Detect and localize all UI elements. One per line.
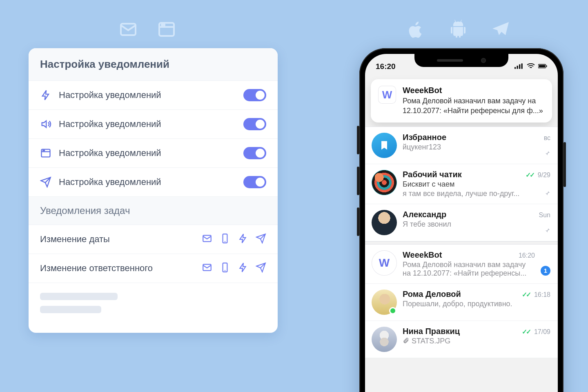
- mail-icon: [118, 20, 138, 41]
- chat-item[interactable]: W WeeekBot 16:20 Рома Деловой назначил в…: [365, 245, 558, 284]
- skeleton-line: [40, 306, 101, 313]
- push-body: Рома Деловой назначил вам задачу на 12.1…: [403, 96, 545, 116]
- svg-rect-12: [517, 66, 518, 69]
- chat-time: 17/09: [534, 328, 550, 336]
- phone-frame: 16:20 W WeeekBot Рома Дел: [359, 48, 564, 392]
- settings-panel: Настройка уведомлений Настройка уведомле…: [29, 48, 278, 333]
- svg-rect-14: [521, 63, 523, 69]
- chat-preview-text: STATS.JPG: [412, 337, 450, 345]
- svg-rect-11: [514, 67, 516, 69]
- chat-time: 16:18: [534, 291, 550, 298]
- mail-icon[interactable]: [202, 233, 212, 245]
- avatar: [372, 210, 397, 235]
- send-icon[interactable]: [256, 262, 266, 274]
- chat-name: Рабочий чатик: [403, 170, 522, 179]
- mobile-icon[interactable]: [220, 262, 230, 274]
- toggle[interactable]: [243, 89, 266, 101]
- list-divider: [365, 241, 558, 245]
- send-icon: [40, 176, 51, 188]
- chat-name: WeeekBot: [403, 250, 515, 260]
- chat-name: Нина Правкиц: [403, 327, 519, 336]
- task-row-assignee: Изменение ответственного: [29, 254, 278, 283]
- phone-screen: 16:20 W WeeekBot Рома Дел: [365, 54, 558, 392]
- chat-name: Рома Деловой: [403, 290, 519, 299]
- toggle[interactable]: [243, 176, 266, 188]
- chat-time: вс: [544, 134, 550, 142]
- setting-label: Настройка уведомлений: [59, 148, 236, 158]
- chat-sender: Бисквит с чаем: [403, 180, 550, 189]
- status-time: 16:20: [376, 62, 396, 71]
- pin-icon: [544, 227, 550, 235]
- chat-time: 16:20: [519, 252, 535, 259]
- attachment-icon: [403, 337, 409, 345]
- presence-online-icon: [389, 307, 396, 314]
- push-app-icon: W: [378, 86, 396, 104]
- skeleton-line: [40, 293, 118, 300]
- chat-time: Sun: [539, 212, 550, 219]
- svg-point-2: [162, 24, 163, 25]
- svg-point-5: [43, 150, 43, 151]
- svg-rect-17: [546, 65, 547, 67]
- chat-preview: STATS.JPG: [403, 337, 550, 345]
- read-checks-icon: ✓✓: [522, 328, 530, 336]
- setting-row-bolt: Настройка уведомлений: [29, 80, 278, 109]
- chat-item[interactable]: Рабочий чатик ✓✓ 9/29 Бисквит с чаем я т…: [365, 164, 558, 204]
- apple-icon: [406, 20, 425, 41]
- task-row-date: Изменение даты: [29, 225, 278, 254]
- settings-header: Настройка уведомлений: [29, 48, 278, 80]
- wifi-icon: [526, 62, 535, 71]
- bolt-icon[interactable]: [238, 233, 248, 245]
- toggle[interactable]: [243, 147, 266, 159]
- chat-preview: я там все видела, лучше по-друг...: [403, 189, 550, 198]
- mobile-icon[interactable]: [220, 233, 230, 245]
- chat-item[interactable]: Александр Sun Я тебе звонил: [365, 204, 558, 241]
- stage: Настройка уведомлений Настройка уведомле…: [12, 3, 576, 392]
- push-title: WeeekBot: [403, 86, 545, 95]
- task-channel-icons: [202, 262, 266, 274]
- push-notification[interactable]: W WeeekBot Рома Деловой назначил вам зад…: [371, 79, 552, 122]
- skeleton-loading: [29, 283, 278, 333]
- chat-preview: Рома Деловой назначил вам задачу на 12.1…: [403, 261, 535, 278]
- svg-point-3: [164, 24, 165, 25]
- front-camera: [481, 58, 486, 63]
- battery-icon: [538, 62, 547, 71]
- setting-row-telegram: Настройка уведомлений: [29, 167, 278, 196]
- chat-name: Избранное: [403, 133, 541, 142]
- setting-label: Настройка уведомлений: [59, 119, 236, 129]
- tasks-header: Уведомления задач: [29, 196, 278, 225]
- setting-row-sound: Настройка уведомлений: [29, 109, 278, 138]
- chat-preview: Порешали, добро, продуктивно.: [403, 300, 550, 308]
- toggle[interactable]: [243, 118, 266, 130]
- pin-icon: [544, 190, 550, 198]
- avatar-saved-messages: [372, 133, 397, 158]
- speaker-grille: [437, 59, 463, 62]
- chat-name: Александр: [403, 210, 536, 219]
- hero-icons-right: [406, 20, 510, 41]
- avatar-weeekbot: W: [372, 250, 397, 276]
- phone-notch: [414, 54, 508, 67]
- chat-time: 9/29: [538, 172, 550, 179]
- chat-item[interactable]: Рома Деловой ✓✓ 16:18 Порешали, добро, п…: [365, 284, 558, 321]
- android-icon: [448, 20, 468, 41]
- mail-icon[interactable]: [202, 262, 212, 274]
- send-icon[interactable]: [256, 233, 266, 245]
- chat-item[interactable]: Нина Правкиц ✓✓ 17/09 STATS.JPG: [365, 321, 558, 358]
- setting-label: Настройка уведомлений: [59, 90, 236, 100]
- bolt-icon: [40, 89, 51, 101]
- read-checks-icon: ✓✓: [522, 291, 530, 298]
- telegram-icon: [491, 20, 510, 41]
- avatar: [372, 170, 397, 195]
- speaker-icon: [40, 118, 51, 130]
- chat-list: Избранное вс йцукенг123 Рабочий чатик ✓✓…: [365, 127, 558, 358]
- chat-preview: Я тебе звонил: [403, 220, 550, 229]
- browser-icon: [40, 147, 51, 159]
- task-label: Изменение ответственного: [40, 263, 197, 274]
- bolt-icon[interactable]: [238, 262, 248, 274]
- svg-point-6: [44, 150, 45, 151]
- chat-item[interactable]: Избранное вс йцукенг123: [365, 127, 558, 164]
- svg-rect-16: [539, 65, 546, 67]
- browser-icon: [157, 20, 176, 41]
- task-channel-icons: [202, 233, 266, 245]
- cellular-icon: [514, 62, 523, 71]
- svg-rect-13: [519, 65, 520, 69]
